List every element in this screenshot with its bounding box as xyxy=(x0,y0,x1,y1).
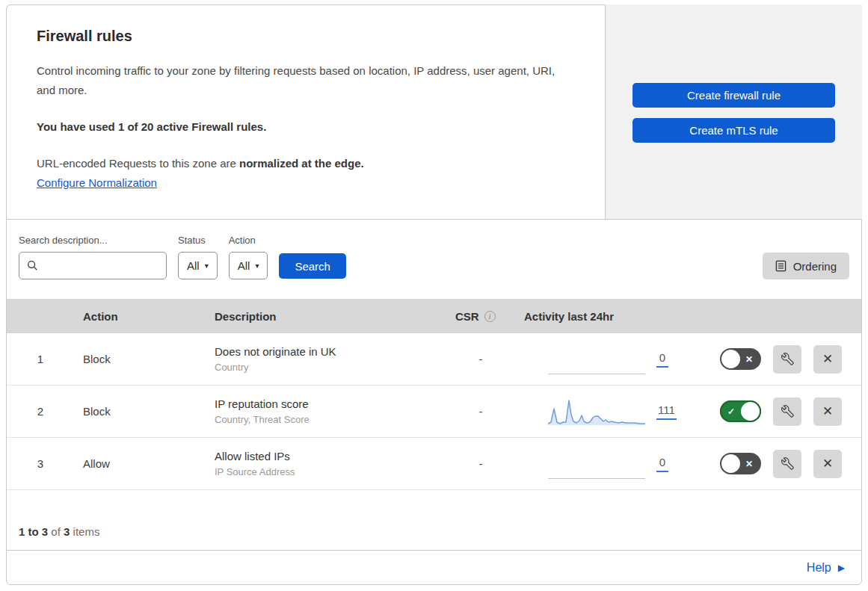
table-row: 1 Block Does not originate in UK Country… xyxy=(7,333,861,386)
rule-enable-toggle[interactable]: ✓ xyxy=(720,400,761,422)
delete-rule-button[interactable]: ✕ xyxy=(813,397,842,426)
toggle-on-check-icon: ✓ xyxy=(727,406,735,417)
rule-action: Block xyxy=(74,353,206,365)
rules-list-card: Search description... Status All ▾ Actio… xyxy=(6,219,862,585)
rule-csr-value: - xyxy=(446,405,515,418)
header-section: Firewall rules Control incoming traffic … xyxy=(6,4,862,219)
ordering-button[interactable]: Ordering xyxy=(763,253,849,279)
rule-fields: IP Source Address xyxy=(215,466,446,477)
rule-enable-toggle[interactable]: ✕ xyxy=(720,348,761,370)
action-dropdown[interactable]: All ▾ xyxy=(229,252,268,279)
rule-description: Allow listed IPs xyxy=(215,450,446,462)
chevron-down-icon: ▾ xyxy=(205,262,209,270)
ordering-list-icon xyxy=(775,260,787,272)
create-firewall-rule-button[interactable]: Create firewall rule xyxy=(632,83,835,108)
rule-fields: Country, Threat Score xyxy=(215,414,446,425)
table-row: 2 Block IP reputation score Country, Thr… xyxy=(7,386,861,438)
info-icon[interactable]: i xyxy=(484,311,496,322)
normalization-text: URL-encoded Requests to this zone are xyxy=(37,157,239,170)
rule-action: Block xyxy=(74,405,206,418)
status-label: Status xyxy=(178,235,218,246)
close-icon: ✕ xyxy=(822,403,833,419)
rule-fields: Country xyxy=(215,362,446,373)
search-icon xyxy=(27,260,38,271)
delete-rule-button[interactable]: ✕ xyxy=(813,345,842,374)
delete-rule-button[interactable]: ✕ xyxy=(813,450,842,478)
items-range: 1 to 3 xyxy=(19,525,48,538)
header-description: Description xyxy=(206,310,446,323)
page-title: Firewall rules xyxy=(37,28,575,45)
page-description: Control incoming traffic to your zone by… xyxy=(37,61,567,101)
rule-csr-value: - xyxy=(446,457,515,470)
header-csr-label: CSR xyxy=(455,310,479,323)
status-dropdown[interactable]: All ▾ xyxy=(178,252,218,279)
activity-sparkline xyxy=(548,397,645,427)
search-group: Search description... xyxy=(19,235,167,279)
arrow-right-icon: ▶ xyxy=(838,563,845,573)
edit-rule-button[interactable] xyxy=(773,450,801,478)
toggle-knob xyxy=(721,350,740,368)
status-filter-group: Status All ▾ xyxy=(178,235,218,279)
toggle-knob xyxy=(721,454,740,473)
actions-panel: Create firewall rule Create mTLS rule xyxy=(606,4,862,219)
rule-priority: 2 xyxy=(7,405,74,418)
search-input-wrapper[interactable] xyxy=(19,252,167,279)
usage-summary: You have used 1 of 20 active Firewall ru… xyxy=(37,120,575,133)
search-input[interactable] xyxy=(43,259,158,273)
normalization-bold-text: normalized at the edge. xyxy=(239,157,364,170)
firewall-rules-card: Firewall rules Control incoming traffic … xyxy=(6,4,606,219)
items-of-text: of xyxy=(48,525,64,538)
status-dropdown-value: All xyxy=(187,259,200,272)
help-label: Help xyxy=(807,561,831,575)
pagination-summary: 1 to 3 of 3 items xyxy=(7,525,861,550)
edit-rule-button[interactable] xyxy=(773,345,801,374)
close-icon: ✕ xyxy=(822,351,833,367)
search-label: Search description... xyxy=(19,235,167,246)
toggle-off-x-icon: ✕ xyxy=(745,459,753,469)
normalization-status: URL-encoded Requests to this zone are no… xyxy=(37,157,575,170)
help-row: Help ▶ xyxy=(7,550,861,584)
activity-sparkline-empty xyxy=(548,344,645,374)
action-filter-group: Action All ▾ xyxy=(229,235,268,279)
rule-priority: 3 xyxy=(7,457,74,470)
items-label: items xyxy=(70,525,99,538)
rule-description: IP reputation score xyxy=(215,397,446,410)
sparkline-chart xyxy=(548,397,645,427)
table-row: 3 Allow Allow listed IPs IP Source Addre… xyxy=(7,438,861,490)
ordering-button-label: Ordering xyxy=(793,260,837,273)
create-mtls-rule-button[interactable]: Create mTLS rule xyxy=(632,118,835,143)
header-activity: Activity last 24hr xyxy=(515,310,711,323)
activity-count-link[interactable]: 111 xyxy=(656,403,677,420)
activity-count-link[interactable]: 0 xyxy=(656,351,668,368)
wrench-icon xyxy=(781,405,794,418)
action-label: Action xyxy=(229,235,268,246)
table-header-row: Action Description CSR i Activity last 2… xyxy=(7,299,861,333)
wrench-icon xyxy=(781,353,794,365)
close-icon: ✕ xyxy=(822,456,833,471)
wrench-icon xyxy=(781,457,794,470)
rule-description: Does not originate in UK xyxy=(215,345,446,358)
activity-count-link[interactable]: 0 xyxy=(656,456,668,472)
edit-rule-button[interactable] xyxy=(773,397,801,426)
header-csr: CSR i xyxy=(446,310,515,323)
rule-priority: 1 xyxy=(7,353,74,365)
activity-sparkline-empty xyxy=(548,449,645,479)
help-link[interactable]: Help ▶ xyxy=(807,561,845,575)
filter-bar: Search description... Status All ▾ Actio… xyxy=(7,220,861,299)
action-dropdown-value: All xyxy=(238,259,250,272)
chevron-down-icon: ▾ xyxy=(255,262,259,270)
configure-normalization-link[interactable]: Configure Normalization xyxy=(37,176,157,189)
rule-csr-value: - xyxy=(446,353,515,365)
rule-action: Allow xyxy=(74,457,206,470)
toggle-knob xyxy=(741,402,760,421)
header-action: Action xyxy=(74,310,206,323)
rule-enable-toggle[interactable]: ✕ xyxy=(720,453,761,474)
search-button[interactable]: Search xyxy=(279,253,346,279)
toggle-off-x-icon: ✕ xyxy=(745,354,753,365)
